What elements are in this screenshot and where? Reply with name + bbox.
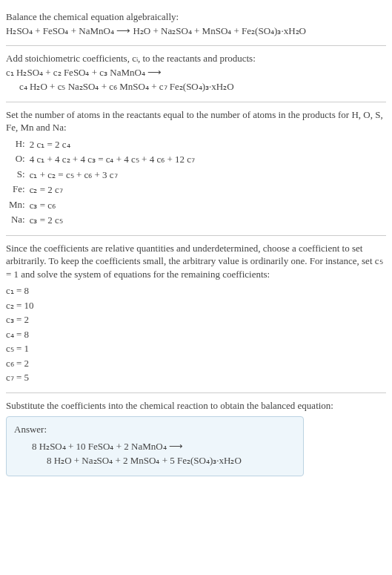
solve-text: Since the coefficients are relative quan… <box>6 242 386 281</box>
atom-equations-table: H: 2 c₁ = 2 c₄ O: 4 c₁ + 4 c₂ + 4 c₃ = c… <box>9 137 386 228</box>
atom-label: Na: <box>9 213 25 228</box>
atom-balance-text: Set the number of atoms in the reactants… <box>6 108 386 134</box>
coefficient-values: c₁ = 8 c₂ = 10 c₃ = 2 c₄ = 8 c₅ = 1 c₆ =… <box>6 283 386 385</box>
balanced-eq-line2: 8 H₂O + Na₂SO₄ + 2 MnSO₄ + 5 Fe₂(SO₄)₃·x… <box>14 453 296 468</box>
coeff-value: c₁ = 8 <box>6 283 386 298</box>
coeff-value: c₂ = 10 <box>6 298 386 313</box>
add-coeffs-text: Add stoichiometric coefficients, cᵢ, to … <box>6 52 386 65</box>
answer-title: Answer: <box>14 423 296 436</box>
atom-eq: 4 c₁ + 4 c₂ + 4 c₃ = c₄ + 4 c₅ + 4 c₆ + … <box>30 152 386 167</box>
intro-text: Balance the chemical equation algebraica… <box>6 10 386 24</box>
substitute-text: Substitute the coefficients into the che… <box>6 399 386 413</box>
atom-eq: c₂ = 2 c₇ <box>30 183 386 197</box>
atom-label: S: <box>9 168 25 183</box>
section-atom-balance: Set the number of atoms in the reactants… <box>6 102 386 236</box>
balanced-eq-line1: 8 H₂SO₄ + 10 FeSO₄ + 2 NaMnO₄ ⟶ <box>14 439 296 454</box>
coeff-value: c₃ = 2 <box>6 312 386 327</box>
atom-label: Mn: <box>9 198 25 213</box>
coeff-value: c₄ = 8 <box>6 327 386 342</box>
unbalanced-equation: H₂SO₄ + FeSO₄ + NaMnO₄ ⟶ H₂O + Na₂SO₄ + … <box>6 24 386 39</box>
section-intro: Balance the chemical equation algebraica… <box>6 4 386 46</box>
answer-box: Answer: 8 H₂SO₄ + 10 FeSO₄ + 2 NaMnO₄ ⟶ … <box>6 416 304 476</box>
section-add-coeffs: Add stoichiometric coefficients, cᵢ, to … <box>6 46 386 102</box>
atom-label: Fe: <box>9 183 25 197</box>
atom-eq: c₃ = 2 c₅ <box>30 213 386 228</box>
coeff-value: c₅ = 1 <box>6 341 386 356</box>
section-answer: Substitute the coefficients into the che… <box>6 393 386 484</box>
atom-eq: 2 c₁ = 2 c₄ <box>30 137 386 152</box>
coeff-value: c₆ = 2 <box>6 356 386 371</box>
section-solve: Since the coefficients are relative quan… <box>6 236 386 393</box>
atom-label: H: <box>9 137 25 152</box>
coeffs-eq-line2: c₄ H₂O + c₅ Na₂SO₄ + c₆ MnSO₄ + c₇ Fe₂(S… <box>6 79 386 94</box>
atom-eq: c₃ = c₆ <box>30 198 386 213</box>
coeffs-eq-line1: c₁ H₂SO₄ + c₂ FeSO₄ + c₃ NaMnO₄ ⟶ <box>6 65 386 80</box>
coeff-value: c₇ = 5 <box>6 370 386 385</box>
atom-eq: c₁ + c₂ = c₅ + c₆ + 3 c₇ <box>30 168 386 183</box>
atom-label: O: <box>9 152 25 167</box>
